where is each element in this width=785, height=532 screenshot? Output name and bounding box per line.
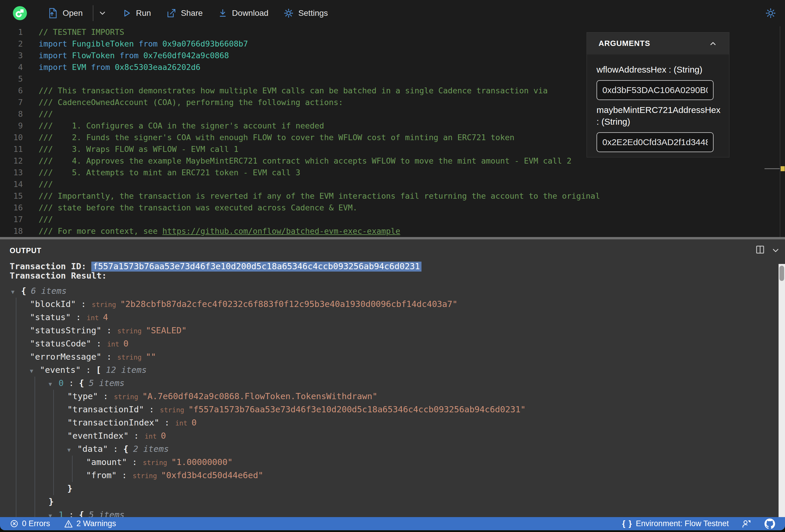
transaction-result-row: Transaction Result: bbox=[10, 271, 773, 280]
run-label: Run bbox=[136, 8, 151, 18]
environment-label: Environment: Flow Testnet bbox=[636, 519, 729, 528]
json-row: } bbox=[67, 482, 773, 495]
errors-status[interactable]: 0 Errors bbox=[10, 519, 50, 528]
editor-ruler-dash bbox=[764, 168, 780, 169]
run-button[interactable]: Run bbox=[122, 8, 151, 18]
app-window: Open Run Share Dow bbox=[0, 0, 785, 530]
line-number: 17 bbox=[0, 213, 23, 225]
arguments-body: wflowAddressHex : (String) maybeMintERC7… bbox=[587, 54, 729, 161]
environment-status[interactable]: { } Environment: Flow Testnet bbox=[622, 519, 729, 528]
line-number: 1 bbox=[0, 26, 23, 38]
json-node: ▼"events" : [12 items▼0 : {5 items"type"… bbox=[30, 363, 773, 530]
tree-expander-icon[interactable]: ▼ bbox=[11, 285, 21, 299]
warning-triangle-icon bbox=[64, 520, 73, 528]
code-line: 13/// 5. Attempts to mint an ERC721 toke… bbox=[0, 167, 785, 178]
status-bar: 0 Errors 2 Warnings { } Environment: Flo… bbox=[0, 517, 785, 530]
transaction-id-row: Transaction ID: f557a1573b76aa53e73d46f3… bbox=[10, 262, 773, 271]
warning-marker bbox=[781, 166, 785, 171]
line-number: 13 bbox=[0, 167, 23, 178]
json-row: "type" : string"A.7e60df042a9c0868.FlowT… bbox=[67, 390, 773, 403]
output-scrollbar-thumb[interactable] bbox=[780, 266, 784, 281]
play-icon bbox=[122, 8, 131, 18]
tree-expander-icon[interactable]: ▼ bbox=[67, 443, 77, 456]
json-row: "eventIndex" : int0 bbox=[67, 429, 773, 442]
json-row: "blockId" : string"2b28cbfb87da2cfec4f02… bbox=[30, 298, 773, 311]
maybe-mint-erc721-address-input[interactable] bbox=[597, 132, 714, 152]
json-row: ▼"events" : [12 items bbox=[30, 363, 773, 377]
settings-button[interactable]: Settings bbox=[284, 8, 328, 18]
open-label: Open bbox=[62, 8, 83, 18]
split-columns-icon[interactable] bbox=[755, 244, 765, 255]
json-row: "errorMessage" : string"" bbox=[30, 350, 773, 363]
json-row: ▼{6 items bbox=[11, 284, 773, 298]
code-line: 14/// bbox=[0, 178, 785, 190]
json-row: "status" : int4 bbox=[30, 311, 773, 324]
toolbar-separator bbox=[93, 5, 93, 21]
wflow-address-input[interactable] bbox=[597, 80, 714, 100]
share-button[interactable]: Share bbox=[166, 8, 203, 18]
code-link[interactable]: https://github.com/onflow/batched-evm-ex… bbox=[162, 227, 400, 235]
curly-braces-icon: { } bbox=[622, 519, 633, 528]
json-node: ▼{6 items"blockId" : string"2b28cbfb87da… bbox=[11, 284, 773, 530]
json-node: ▼"data" : {2 items"amount" : string"1.00… bbox=[67, 442, 773, 495]
code-line: 16/// state before the transaction was e… bbox=[0, 202, 785, 213]
person-check-icon bbox=[742, 519, 752, 529]
json-row: "statusCode" : int0 bbox=[30, 337, 773, 350]
open-dropdown-chevron-icon[interactable] bbox=[98, 9, 107, 18]
json-row: } bbox=[49, 495, 773, 508]
open-button[interactable]: Open bbox=[48, 8, 83, 19]
argument-label: wflowAddressHex : (String) bbox=[597, 64, 719, 76]
line-number: 14 bbox=[0, 178, 23, 190]
output-panel: OUTPUT Transaction ID: f557a1573b76aa53e… bbox=[0, 239, 785, 530]
code-line: 18/// For more context, see https://gith… bbox=[0, 225, 785, 237]
download-label: Download bbox=[232, 8, 269, 18]
chevron-up-icon[interactable] bbox=[709, 39, 717, 48]
transaction-id-label: Transaction ID: bbox=[10, 262, 86, 271]
output-scrollbar[interactable] bbox=[779, 264, 785, 517]
line-number: 18 bbox=[0, 225, 23, 237]
warnings-status[interactable]: 2 Warnings bbox=[64, 519, 116, 528]
download-button[interactable]: Download bbox=[218, 8, 269, 18]
editor-output-resize-handle[interactable] bbox=[0, 237, 785, 239]
tree-expander-icon[interactable]: ▼ bbox=[30, 364, 40, 378]
json-result-tree: ▼{6 items"blockId" : string"2b28cbfb87da… bbox=[10, 284, 773, 530]
download-icon bbox=[218, 8, 227, 18]
github-icon[interactable] bbox=[764, 518, 775, 529]
line-number: 10 bbox=[0, 132, 23, 144]
code-line: 17/// bbox=[0, 213, 785, 225]
arguments-title: ARGUMENTS bbox=[599, 39, 650, 48]
json-row: "transactionId" : string"f557a1573b76aa5… bbox=[67, 403, 773, 416]
line-number: 7 bbox=[0, 97, 23, 108]
toolbar: Open Run Share Dow bbox=[0, 0, 785, 26]
output-title: OUTPUT bbox=[10, 246, 42, 255]
line-number: 4 bbox=[0, 61, 23, 73]
share-label: Share bbox=[181, 8, 203, 18]
theme-toggle-sun-icon[interactable] bbox=[765, 8, 776, 19]
output-body: Transaction ID: f557a1573b76aa53e73d46f3… bbox=[10, 262, 773, 530]
code-line: 15/// Importantly, the transaction is re… bbox=[0, 190, 785, 202]
open-file-icon bbox=[48, 8, 58, 19]
json-row: "transactionIndex" : int0 bbox=[67, 416, 773, 429]
arguments-header[interactable]: ARGUMENTS bbox=[587, 32, 729, 54]
json-row: ▼"data" : {2 items bbox=[67, 442, 773, 456]
account-button[interactable] bbox=[742, 519, 752, 529]
flow-logo-icon[interactable] bbox=[13, 6, 27, 20]
output-collapse-chevron-icon[interactable] bbox=[771, 246, 780, 255]
transaction-result-label: Transaction Result: bbox=[10, 271, 107, 281]
line-number: 9 bbox=[0, 120, 23, 132]
warnings-label: 2 Warnings bbox=[76, 519, 116, 528]
line-number: 8 bbox=[0, 108, 23, 120]
circle-cross-icon bbox=[10, 520, 19, 528]
tree-expander-icon[interactable]: ▼ bbox=[49, 378, 58, 391]
line-number: 2 bbox=[0, 38, 23, 50]
code-editor[interactable]: 1// TESTNET IMPORTS2import FungibleToken… bbox=[0, 26, 785, 237]
transaction-id-value[interactable]: f557a1573b76aa53e73d46f3e10d200d5c18a653… bbox=[91, 262, 421, 272]
arguments-panel: ARGUMENTS wflowAddressHex : (String) may… bbox=[587, 32, 729, 157]
share-icon bbox=[166, 8, 176, 18]
editor-overview-ruler bbox=[780, 26, 780, 237]
errors-label: 0 Errors bbox=[22, 519, 50, 528]
line-number: 3 bbox=[0, 50, 23, 61]
line-number: 15 bbox=[0, 190, 23, 202]
json-row: ▼0 : {5 items bbox=[49, 377, 773, 390]
line-number: 11 bbox=[0, 144, 23, 155]
